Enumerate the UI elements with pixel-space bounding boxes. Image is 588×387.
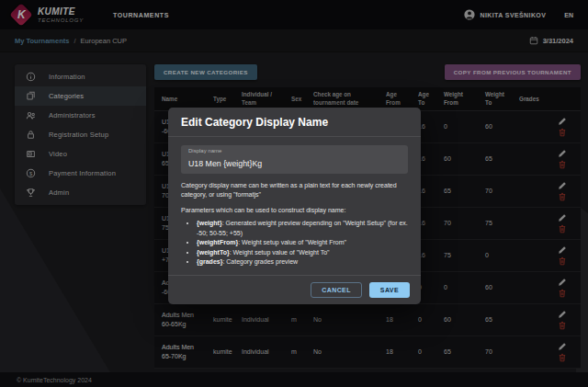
app-root: K KUMITE TECHNOLOGY TOURNAMENTS NIKITA S…	[0, 0, 588, 387]
save-button[interactable]: SAVE	[369, 282, 410, 298]
display-name-field[interactable]: Display name	[181, 145, 408, 174]
modal-body: Display name Category display name can b…	[168, 137, 421, 275]
param-desc: : Generated weight preview depending on …	[197, 220, 408, 236]
param-desc: : Weight setup value of "Weight From"	[238, 239, 346, 245]
modal-params-intro: Parameters which can be used to construc…	[181, 206, 408, 215]
param-item: {weight}: Generated weight preview depen…	[197, 219, 408, 238]
modal-description: Category display name can be written as …	[181, 181, 408, 199]
modal-footer: CANCEL SAVE	[168, 275, 421, 304]
display-name-label: Display name	[188, 148, 401, 154]
param-item: {weightTo}: Weight setup value of "Weigh…	[197, 248, 408, 258]
modal-title: Edit Category Display Name	[168, 108, 421, 137]
param-desc: : Category grades preview	[222, 258, 298, 265]
modal-params-list: {weight}: Generated weight preview depen…	[181, 219, 408, 267]
param-key: {weightFrom}	[197, 239, 238, 245]
display-name-input[interactable]	[188, 158, 401, 168]
edit-category-display-name-modal: Edit Category Display Name Display name …	[168, 108, 421, 304]
param-key: {weight}	[197, 220, 222, 226]
param-item: {weightFrom}: Weight setup value of "Wei…	[197, 238, 408, 248]
param-key: {grades}	[197, 258, 222, 265]
param-desc: : Weight setup value of "Weight To"	[230, 249, 330, 256]
param-item: {grades}: Category grades preview	[197, 257, 408, 267]
param-key: {weightTo}	[197, 249, 230, 256]
cancel-button[interactable]: CANCEL	[311, 282, 362, 298]
